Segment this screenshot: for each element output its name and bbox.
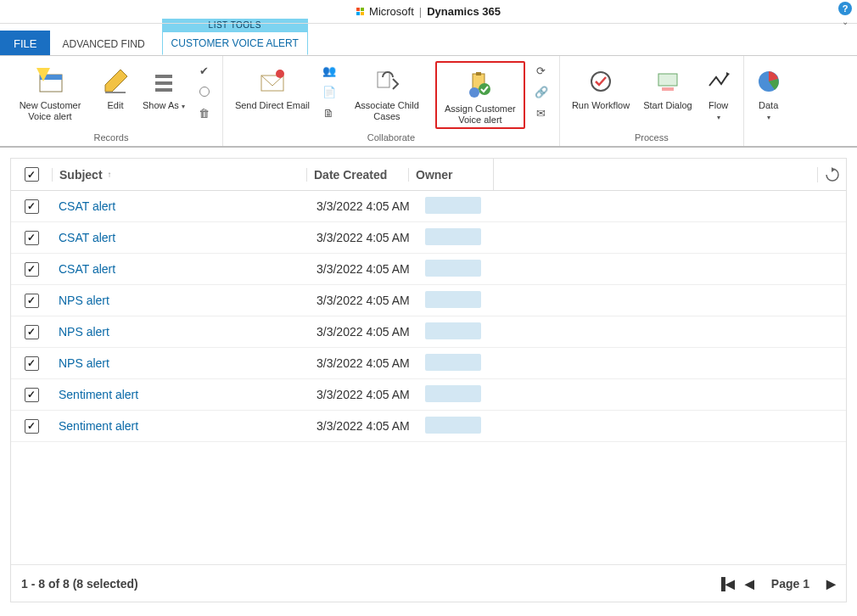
subject-link[interactable]: NPS alert [59, 356, 109, 370]
flow-button[interactable]: Flow▾ [703, 61, 735, 124]
delete-button[interactable]: 🗑 [195, 104, 214, 122]
svg-marker-20 [832, 167, 835, 172]
svg-point-14 [469, 87, 479, 98]
start-dialog-button[interactable]: Start Dialog [640, 61, 695, 113]
ribbon-tabs: FILE ADVANCED FIND LIST TOOLS CUSTOMER V… [0, 24, 857, 56]
queue-icon: 📄 [322, 86, 336, 98]
ribbon-group-data: Data▾ [744, 56, 793, 146]
subject-link[interactable]: CSAT alert [59, 199, 115, 213]
assign-icon [466, 66, 495, 104]
refresh-icon [825, 167, 840, 182]
subject-link[interactable]: Sentiment alert [59, 419, 138, 433]
share-button[interactable]: ⟳ [532, 61, 551, 80]
row-checkbox[interactable] [25, 325, 39, 339]
add-note-button[interactable]: 🗎 [320, 104, 339, 122]
row-checkbox[interactable] [25, 231, 39, 245]
show-as-button[interactable]: Show As ▾ [139, 61, 188, 113]
brand-label: Microsoft [369, 5, 414, 18]
subject-link[interactable]: NPS alert [59, 325, 109, 339]
table-row[interactable]: CSAT alert3/3/2022 4:05 AM [11, 191, 846, 222]
table-row[interactable]: CSAT alert3/3/2022 4:05 AM [11, 254, 846, 285]
date-cell: 3/3/2022 4:05 AM [316, 262, 425, 276]
edit-button[interactable]: Edit [98, 61, 132, 113]
sort-ascending-icon: ↑ [108, 170, 112, 179]
help-icon[interactable]: ? [838, 2, 852, 15]
date-cell: 3/3/2022 4:05 AM [316, 325, 425, 339]
tab-file[interactable]: FILE [0, 31, 50, 55]
svg-rect-4 [105, 92, 126, 93]
svg-marker-18 [726, 72, 730, 77]
row-checkbox[interactable] [25, 356, 39, 371]
owner-cell [425, 260, 544, 279]
people-icon: 👥 [322, 64, 336, 77]
add-contacts-button[interactable]: 👥 [320, 61, 339, 80]
owner-cell [425, 322, 544, 342]
ribbon: New Customer Voice alert Edit Show As ▾ … [0, 56, 857, 148]
note-icon: 🗎 [323, 107, 334, 120]
app-label: Dynamics 365 [427, 5, 501, 18]
date-cell: 3/3/2022 4:05 AM [316, 231, 425, 244]
row-checkbox[interactable] [25, 199, 39, 214]
grid-footer: 1 - 8 of 8 (8 selected) ▐◀ ◀ Page 1 ▶ [11, 564, 846, 602]
svg-rect-7 [155, 88, 172, 92]
email-icon [258, 63, 287, 100]
row-checkbox[interactable] [25, 388, 39, 402]
page-label: Page 1 [771, 577, 809, 591]
table-row[interactable]: NPS alert3/3/2022 4:05 AM [11, 348, 846, 379]
collapse-ribbon-icon[interactable]: ⌄ [842, 17, 849, 26]
chevron-down-icon: ▾ [182, 103, 185, 110]
results-grid: Subject ↑ Date Created Owner CSAT alert3… [10, 158, 847, 602]
subject-link[interactable]: CSAT alert [59, 262, 115, 276]
stop-icon [199, 87, 210, 97]
deactivate-button[interactable] [195, 82, 214, 101]
table-row[interactable]: Sentiment alert3/3/2022 4:05 AM [11, 379, 846, 411]
table-row[interactable]: NPS alert3/3/2022 4:05 AM [11, 285, 846, 316]
column-date-created[interactable]: Date Created [306, 168, 408, 182]
owner-cell [425, 417, 544, 436]
share-icon: ⟳ [536, 64, 546, 77]
copy-link-button[interactable]: 🔗 [532, 82, 551, 101]
new-customer-voice-alert-button[interactable]: New Customer Voice alert [8, 61, 92, 124]
subject-link[interactable]: NPS alert [59, 294, 109, 307]
refresh-button[interactable] [817, 167, 846, 182]
owner-cell [425, 385, 544, 405]
subject-link[interactable]: CSAT alert [59, 231, 115, 244]
ribbon-group-process: Run Workflow Start Dialog Flow▾ Process [560, 56, 744, 146]
send-direct-email-button[interactable]: Send Direct Email [232, 61, 313, 113]
ribbon-group-collaborate: Send Direct Email 👥 📄 🗎 Associate Child … [223, 56, 560, 146]
activate-button[interactable]: ✔ [195, 61, 214, 80]
edit-icon [102, 63, 129, 100]
run-workflow-button[interactable]: Run Workflow [569, 61, 633, 113]
column-owner[interactable]: Owner [408, 168, 493, 182]
email-link-button[interactable]: ✉ [532, 104, 551, 122]
column-subject[interactable]: Subject ↑ [52, 168, 306, 182]
prev-page-button[interactable]: ◀ [745, 577, 754, 591]
table-row[interactable]: NPS alert3/3/2022 4:05 AM [11, 316, 846, 348]
tab-advanced-find[interactable]: ADVANCED FIND [50, 31, 156, 55]
next-page-button[interactable]: ▶ [826, 577, 836, 591]
subject-link[interactable]: Sentiment alert [59, 388, 138, 401]
chevron-down-icon: ▾ [717, 114, 720, 121]
row-checkbox[interactable] [25, 419, 39, 434]
date-cell: 3/3/2022 4:05 AM [316, 356, 425, 370]
table-row[interactable]: Sentiment alert3/3/2022 4:05 AM [11, 411, 846, 442]
select-all-checkbox[interactable] [25, 167, 39, 182]
data-button[interactable]: Data▾ [753, 61, 785, 124]
associate-child-cases-button[interactable]: Associate Child Cases [345, 61, 428, 124]
tab-customer-voice-alert[interactable]: CUSTOMER VOICE ALERT [162, 31, 308, 55]
date-cell: 3/3/2022 4:05 AM [316, 419, 425, 433]
row-checkbox[interactable] [25, 262, 39, 277]
date-cell: 3/3/2022 4:05 AM [316, 199, 425, 213]
svg-rect-5 [155, 75, 172, 78]
svg-rect-17 [662, 87, 674, 91]
svg-rect-16 [658, 74, 677, 86]
trash-icon: 🗑 [199, 107, 210, 120]
queue-button[interactable]: 📄 [320, 82, 339, 101]
table-row[interactable]: CSAT alert3/3/2022 4:05 AM [11, 222, 846, 254]
row-checkbox[interactable] [25, 294, 39, 308]
new-record-icon [35, 63, 65, 100]
owner-cell [425, 228, 544, 248]
flow-icon [706, 63, 731, 100]
first-page-button[interactable]: ▐◀ [717, 577, 735, 591]
assign-customer-voice-alert-button[interactable]: Assign Customer Voice alert [439, 64, 522, 127]
